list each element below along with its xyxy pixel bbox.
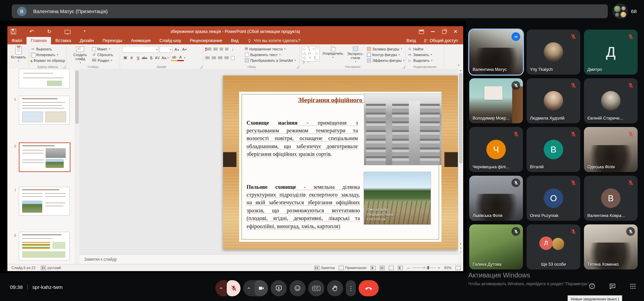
- reactions-button[interactable]: [289, 280, 306, 296]
- align-center-icon[interactable]: [212, 56, 216, 60]
- scroll-up-arrow[interactable]: ▲: [460, 69, 462, 72]
- participant-tile[interactable]: Одеська Філія: [584, 127, 638, 172]
- tab-home[interactable]: Главная: [26, 37, 51, 44]
- ribbon-display-options-button[interactable]: [416, 27, 427, 36]
- scrollbar-thumb[interactable]: [459, 73, 463, 164]
- slide-sorter-view-button[interactable]: [380, 266, 385, 270]
- customize-qat-icon[interactable]: ▾: [84, 29, 86, 34]
- more-participants-tile[interactable]: Л Ще 53 особи: [527, 224, 580, 269]
- language-button[interactable]: русский: [41, 266, 61, 270]
- find-button[interactable]: Найти: [408, 46, 443, 52]
- reading-view-button[interactable]: [389, 266, 394, 270]
- italic-button[interactable]: К: [128, 55, 135, 60]
- decrease-indent-icon[interactable]: [220, 48, 223, 51]
- quick-styles-button[interactable]: Экспресс-стили ▾: [346, 46, 365, 64]
- normal-view-button[interactable]: [371, 266, 376, 270]
- tell-me-box[interactable]: Что вы хотите сделать?: [243, 37, 304, 44]
- save-icon[interactable]: [11, 29, 16, 34]
- font-color-button[interactable]: А: [177, 55, 184, 61]
- participant-tile[interactable]: Д Дмитро: [584, 30, 638, 75]
- layout-button[interactable]: Макет▾: [92, 46, 113, 52]
- slide-thumbnail-6-selected[interactable]: [19, 142, 70, 172]
- sign-in-button[interactable]: Вход: [407, 38, 416, 43]
- present-screen-button[interactable]: [271, 280, 287, 296]
- font-size-combo[interactable]: ▾: [160, 46, 172, 53]
- restore-button[interactable]: [438, 27, 450, 36]
- participant-tile[interactable]: Галина Дутова: [469, 224, 523, 269]
- align-right-icon[interactable]: [218, 56, 222, 60]
- fit-to-window-button[interactable]: [455, 266, 461, 270]
- format-painter-button[interactable]: Формат по образцу: [31, 57, 65, 63]
- leave-call-button[interactable]: [359, 280, 379, 296]
- participant-tile[interactable]: Євгеній Стариче...: [584, 78, 638, 123]
- underline-button[interactable]: Ч: [135, 55, 141, 60]
- next-slide-button[interactable]: ∨: [460, 251, 462, 254]
- chat-button[interactable]: [609, 283, 616, 290]
- meeting-details-button[interactable]: [588, 283, 596, 290]
- numbering-icon[interactable]: [213, 48, 218, 51]
- previous-slide-button[interactable]: ∧: [460, 247, 462, 250]
- change-case-button[interactable]: Aa: [161, 55, 167, 60]
- bullets-icon[interactable]: [205, 48, 211, 51]
- shape-outline-button[interactable]: Контур фигуры▾: [367, 52, 405, 57]
- font-name-combo[interactable]: ▾: [122, 46, 158, 53]
- text-shadow-button[interactable]: S: [148, 55, 154, 60]
- align-text-button[interactable]: Выровнять текст▾: [245, 52, 296, 57]
- arrange-button[interactable]: Упорядочить ▾: [322, 46, 344, 64]
- line-spacing-icon[interactable]: ↕: [230, 47, 234, 51]
- participant-count-button[interactable]: 68: [612, 3, 637, 19]
- tab-design[interactable]: Дизайн: [75, 37, 98, 44]
- tab-file[interactable]: Файл: [7, 37, 26, 44]
- slide-scrollbar[interactable]: ▲ ▼ ∧ ∨: [458, 69, 463, 255]
- new-slide-button[interactable]: Создать слайд ▾: [68, 46, 92, 64]
- align-left-icon[interactable]: [205, 56, 210, 60]
- mic-options-button[interactable]: [215, 280, 227, 296]
- drawing-dialog-launcher[interactable]: [402, 66, 405, 68]
- paragraph-dialog-launcher[interactable]: [297, 66, 299, 68]
- zoom-in-button[interactable]: +: [438, 266, 440, 270]
- participant-tile[interactable]: Людмила Худолій: [527, 78, 580, 123]
- minimize-button[interactable]: [427, 27, 438, 36]
- slideshow-view-button[interactable]: [398, 266, 403, 270]
- participant-tile[interactable]: Ч Чернівецька філі...: [469, 127, 523, 172]
- more-options-button[interactable]: ⋮: [346, 280, 356, 296]
- copy-button[interactable]: Копировать▾: [31, 52, 65, 57]
- zoom-slider[interactable]: [413, 267, 436, 268]
- comments-toggle-button[interactable]: Примечания: [339, 266, 367, 270]
- text-direction-button[interactable]: Направление текста▾: [245, 46, 296, 52]
- tab-transitions[interactable]: Переходы: [98, 37, 127, 44]
- strikethrough-button[interactable]: abc: [141, 55, 148, 60]
- tab-animations[interactable]: Анимация: [126, 37, 155, 44]
- cut-button[interactable]: ✂Вырезать: [31, 46, 65, 52]
- tab-review[interactable]: Рецензирование: [185, 37, 227, 44]
- decrease-font-button[interactable]: А▼: [181, 47, 188, 52]
- notes-toggle-button[interactable]: Заметки: [314, 266, 335, 270]
- participant-tile[interactable]: Володимир Мокр...: [469, 78, 523, 123]
- highlight-color-button[interactable]: ab: [171, 55, 177, 61]
- collapse-ribbon-button[interactable]: ∧: [458, 63, 460, 67]
- shape-effects-button[interactable]: Эффекты фигуры▾: [367, 57, 405, 63]
- participant-tile[interactable]: Тетяна Хоменко: [584, 224, 638, 269]
- font-dialog-launcher[interactable]: [200, 66, 202, 68]
- replace-button[interactable]: abЗаменить▾: [408, 52, 443, 57]
- columns-icon[interactable]: [231, 56, 235, 60]
- scroll-down-arrow[interactable]: ▼: [460, 243, 462, 246]
- clipboard-dialog-launcher[interactable]: [63, 66, 65, 68]
- participant-tile[interactable]: В Валентина Ковра...: [584, 176, 638, 221]
- participant-tile[interactable]: В Віталій: [527, 127, 580, 172]
- tab-slideshow[interactable]: Слайд-шоу: [155, 37, 185, 44]
- raise-hand-button[interactable]: [327, 280, 343, 296]
- smartart-button[interactable]: Преобразовать в SmartArt▾: [245, 57, 296, 63]
- mic-mute-toggle-button[interactable]: [227, 280, 240, 296]
- participant-tile[interactable]: Yriy Tkalych: [527, 30, 580, 75]
- slide-thumbnail-8[interactable]: [19, 232, 70, 261]
- slide-thumbnail-5[interactable]: [19, 96, 70, 125]
- share-button[interactable]: Общий доступ: [423, 38, 458, 43]
- redo-icon[interactable]: ↻: [47, 29, 52, 34]
- shapes-gallery[interactable]: □ ╲ ○ △ ▷ ◇ ☆ { } ⇔ ▲▼≡: [302, 46, 320, 61]
- captions-button[interactable]: CC: [308, 280, 324, 296]
- character-spacing-button[interactable]: AV: [154, 55, 161, 60]
- tab-insert[interactable]: Вставка: [51, 37, 75, 44]
- select-button[interactable]: ▷Выделить▾: [408, 57, 443, 63]
- scrollbar-thumb[interactable]: [75, 70, 79, 124]
